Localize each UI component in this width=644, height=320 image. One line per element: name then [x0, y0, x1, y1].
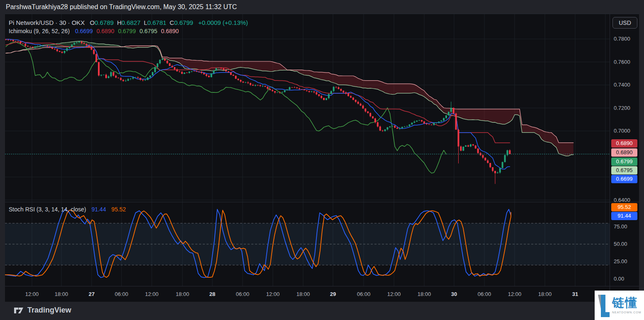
ohlc-l-value: L0.6781 [144, 19, 166, 26]
symbol-title[interactable]: Pi Network/USD · 30 · OKX [9, 19, 85, 26]
pane-separator[interactable] [5, 202, 639, 202]
price-badge: 0.6890 [611, 148, 637, 157]
time-tick-label: 28 [209, 291, 215, 298]
attribution-text: ParshwaTurakhiya28 published on TradingV… [6, 3, 237, 10]
attribution-bar: ParshwaTurakhiya28 published on TradingV… [0, 0, 644, 14]
time-axis-border [5, 286, 639, 286]
ohlc-values: O0.6789H0.6827L0.6781C0.6799 [87, 19, 193, 26]
ichimoku-values: 0.66990.68900.67990.67950.6890 [71, 28, 179, 34]
ichimoku-value: 0.6890 [161, 28, 179, 34]
ohlc-c-value: C0.6799 [170, 19, 193, 26]
time-tick-label: 06:00 [357, 291, 371, 298]
stoch-rsi-legend: Stoch RSI (3, 3, 14, 14, close) 91.44 95… [9, 206, 126, 213]
ichimoku-cloud [6, 41, 574, 156]
stoch-tick-label: 0.00 [614, 276, 638, 282]
price-tick-label: 0.7000 [614, 128, 638, 134]
price-tick-label: 0.7200 [614, 105, 638, 111]
time-tick-label: 12:00 [145, 291, 159, 298]
time-tick-label: 06:00 [115, 291, 129, 298]
neatdown-watermark: 链懂 NEATDOWN.COM [595, 291, 644, 320]
stoch-tick-label: 50.00 [614, 241, 638, 247]
stoch-tick-label: 25.00 [614, 258, 638, 264]
price-badge: 0.6795 [611, 166, 637, 175]
ohlc-o-value: O0.6789 [90, 19, 114, 26]
candles-layer [5, 39, 510, 184]
ichimoku-legend: Ichimoku (9, 26, 52, 26) 0.66990.68900.6… [9, 28, 179, 34]
time-tick-label: 31 [572, 291, 578, 298]
price-chart-canvas[interactable] [5, 14, 610, 286]
price-tick-label: 0.6400 [614, 197, 638, 203]
time-tick-label: 12:00 [508, 291, 522, 298]
time-tick-label: 30 [451, 291, 457, 298]
indicator-name[interactable]: Ichimoku (9, 26, 52, 26) [9, 28, 70, 34]
watermark-site-text: NEATDOWN.COM [612, 311, 642, 314]
ichimoku-value: 0.6699 [75, 28, 93, 34]
tradingview-brand-label: TradingView [27, 306, 71, 315]
ichimoku-value: 0.6795 [139, 28, 157, 34]
currency-toggle-button[interactable]: USD [612, 17, 637, 29]
price-badge: 0.6890 [611, 139, 637, 148]
tradingview-logo-icon [14, 306, 24, 315]
ichimoku-value: 0.6890 [97, 28, 114, 34]
stoch-badge: 91.44 [611, 212, 637, 220]
watermark-cn-text: 链懂 [612, 297, 642, 309]
stoch-badge: 95.52 [611, 203, 637, 211]
price-badge: 0.6799 [611, 158, 637, 166]
chart-top-border [5, 14, 639, 14]
symbol-legend: Pi Network/USD · 30 · OKX O0.6789H0.6827… [9, 19, 248, 26]
time-tick-label: 18:00 [176, 291, 190, 298]
stoch-indicator-name[interactable]: Stoch RSI (3, 3, 14, 14, close) [9, 206, 86, 213]
time-tick-label: 18:00 [418, 291, 431, 298]
price-badge: 0.6699 [611, 175, 637, 183]
price-tick-label: 0.7600 [614, 59, 638, 65]
time-tick-label: 06:00 [478, 291, 491, 298]
time-tick-label: 18:00 [55, 291, 68, 298]
ohlc-h-value: H0.6827 [117, 19, 141, 26]
stoch-rsi-layer [5, 209, 610, 278]
time-tick-label: 12:00 [387, 291, 401, 298]
time-tick-label: 18:00 [296, 291, 310, 298]
ichimoku-lines [6, 39, 574, 173]
time-tick-label: 29 [330, 291, 336, 298]
tradingview-snapshot: ParshwaTurakhiya28 published on TradingV… [0, 0, 644, 320]
neatdown-logo-icon [597, 294, 610, 317]
time-tick-label: 12:00 [266, 291, 280, 298]
time-tick-label: 27 [89, 291, 95, 298]
time-tick-label: 06:00 [236, 291, 250, 298]
tradingview-brand[interactable]: TradingView [14, 306, 71, 315]
price-tick-label: 0.7800 [614, 36, 638, 42]
stoch-d-value: 95.52 [112, 206, 126, 213]
stoch-k-value: 91.44 [92, 206, 106, 213]
price-tick-label: 0.7400 [614, 82, 638, 88]
price-change: +0.0009 (+0.13%) [198, 19, 248, 26]
ichimoku-value: 0.6799 [118, 28, 136, 34]
price-axis-border [610, 14, 610, 302]
footer-bar: TradingView [0, 302, 644, 320]
time-tick-label: 12:00 [25, 291, 39, 298]
stoch-tick-label: 75.00 [614, 223, 638, 230]
time-tick-label: 18:00 [538, 291, 552, 298]
